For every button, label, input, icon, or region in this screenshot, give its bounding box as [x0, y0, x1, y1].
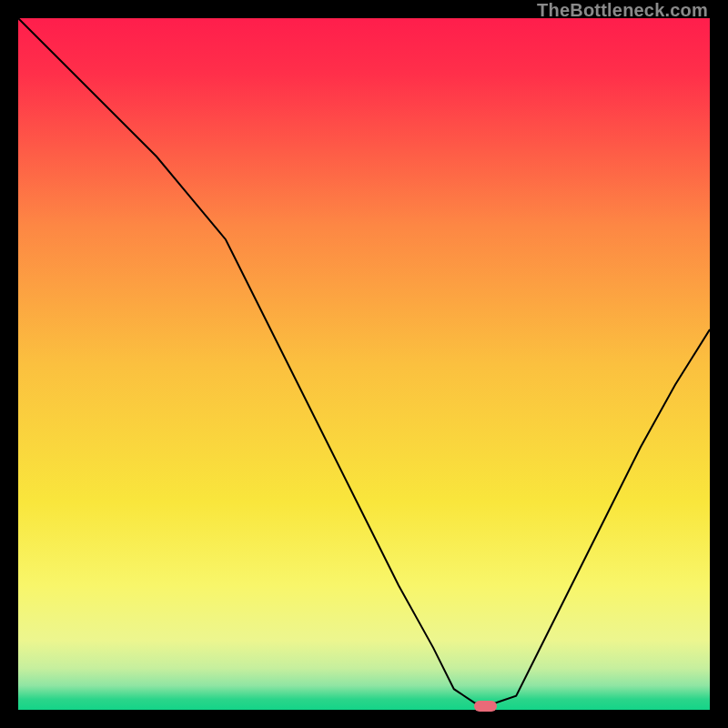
chart-plot	[18, 18, 710, 710]
optimum-marker	[474, 701, 497, 712]
watermark-text: TheBottleneck.com	[537, 0, 708, 21]
chart-frame	[18, 18, 710, 710]
